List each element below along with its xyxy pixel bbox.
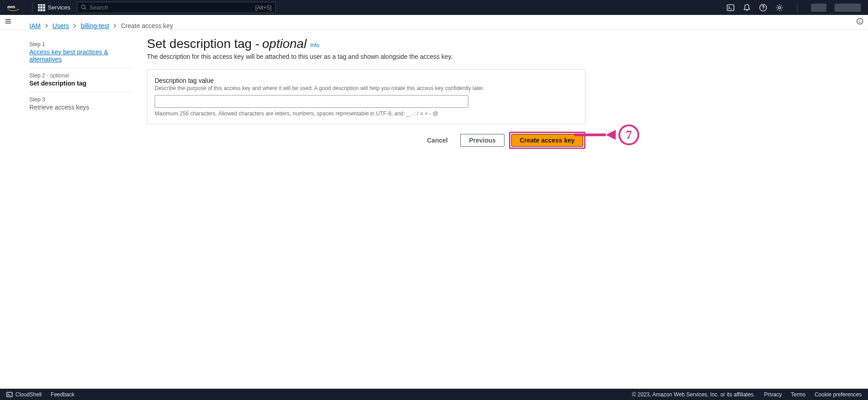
annotation-arrow: 7 [574,124,639,145]
step-number: Step 3 [29,96,132,103]
cloudshell-icon[interactable] [726,4,735,12]
settings-icon[interactable] [775,4,783,12]
previous-button[interactable]: Previous [460,134,504,147]
action-row: Cancel Previous Create access key [147,132,585,149]
field-help: Describe the purpose of this access key … [155,85,578,91]
svg-point-1 [81,5,85,9]
svg-point-11 [859,19,860,20]
field-label: Description tag value [155,77,578,84]
breadcrumb-iam[interactable]: IAM [29,22,41,29]
page-title: Set description tag - optional Info [147,37,585,51]
panel: Set description tag - optional Info The … [147,37,585,149]
info-link[interactable]: Info [310,42,319,48]
svg-rect-13 [7,392,12,397]
step-1[interactable]: Step 1 Access key best practices & alter… [29,37,132,68]
aws-logo[interactable]: aws [7,4,19,11]
services-label: Services [48,4,71,11]
divider [797,3,797,12]
chevron-right-icon [44,22,49,29]
side-panel-toggle[interactable] [5,18,12,27]
services-menu[interactable]: Services [38,4,71,11]
help-panel-toggle[interactable] [856,18,863,27]
wizard-steps: Step 1 Access key best practices & alter… [29,37,132,149]
feedback-link[interactable]: Feedback [51,391,75,398]
chevron-right-icon [72,22,77,29]
breadcrumb-users[interactable]: Users [52,22,69,29]
region-selector[interactable] [811,4,826,12]
step-number: Step 2 - optional [29,72,132,79]
grid-icon [38,4,45,11]
cancel-button[interactable]: Cancel [419,134,456,147]
copyright: © 2023, Amazon Web Services, Inc. or its… [632,391,755,398]
field-constraint: Maximum 256 characters. Allowed characte… [155,110,578,117]
search-shortcut: [Alt+S] [255,5,272,11]
form-card: Description tag value Describe the purpo… [147,69,585,124]
step-3: Step 3 Retrieve access keys [29,92,132,115]
svg-rect-3 [727,5,734,10]
step-2: Step 2 - optional Set description tag [29,68,132,92]
description-tag-input[interactable] [155,95,468,108]
step-title: Set description tag [29,80,132,87]
step-number: Step 1 [29,41,132,48]
account-menu[interactable] [835,4,861,12]
main-content: IAM Users billing-test Create access key… [15,15,853,389]
step-title: Retrieve access keys [29,104,132,111]
search-icon [81,5,87,10]
svg-point-6 [778,6,781,9]
global-search[interactable]: [Alt+S] [77,2,276,13]
svg-text:aws: aws [7,5,15,9]
help-icon[interactable] [759,4,767,12]
footer: CloudShell Feedback © 2023, Amazon Web S… [0,389,868,400]
top-navbar: aws Services [Alt+S] [0,0,868,15]
annotation-number: 7 [618,124,639,145]
breadcrumb-user[interactable]: billing-test [80,22,109,29]
page-description: The description for this access key will… [147,53,585,60]
breadcrumb-current: Create access key [121,22,173,29]
terms-link[interactable]: Terms [791,391,806,398]
divider [32,3,33,12]
step-title-link[interactable]: Access key best practices & alternatives [29,48,108,63]
privacy-link[interactable]: Privacy [764,391,782,398]
svg-line-2 [85,9,86,10]
cookie-prefs-link[interactable]: Cookie preferences [815,391,862,398]
breadcrumb: IAM Users billing-test Create access key [29,22,839,29]
svg-point-5 [763,9,763,10]
notifications-icon[interactable] [743,4,751,12]
topnav-right [726,3,861,12]
create-access-key-button[interactable]: Create access key [511,134,583,147]
search-input[interactable] [90,4,255,11]
cloudshell-link[interactable]: CloudShell [6,391,42,398]
chevron-right-icon [113,22,117,29]
